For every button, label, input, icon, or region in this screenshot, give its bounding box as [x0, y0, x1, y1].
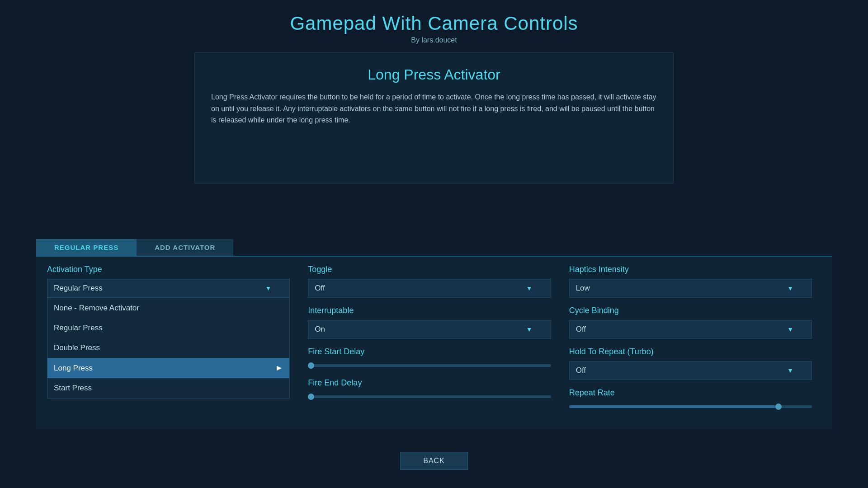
- fire-end-delay-slider-container: [308, 392, 551, 401]
- toggle-label: Toggle: [308, 265, 551, 274]
- interruptable-arrow-icon: ▼: [526, 326, 533, 333]
- dropdown-item-double-press[interactable]: Double Press: [47, 338, 289, 358]
- controls-row: Activation Type Regular Press ▼ None - R…: [36, 256, 832, 429]
- hold-to-repeat-dropdown-btn[interactable]: Off ▼: [569, 361, 812, 380]
- haptics-section: Haptics Intensity Low ▼: [569, 265, 812, 298]
- activation-type-arrow-icon: ▼: [265, 285, 271, 292]
- hold-to-repeat-label: Hold To Repeat (Turbo): [569, 347, 812, 357]
- long-press-label: Long Press: [54, 364, 93, 373]
- cursor-indicator: ►: [275, 363, 283, 373]
- cycle-binding-arrow-icon: ▼: [787, 326, 793, 333]
- bottom-panel: REGULAR PRESS ADD ACTIVATOR Activation T…: [0, 239, 868, 429]
- hold-to-repeat-section: Hold To Repeat (Turbo) Off ▼: [569, 347, 812, 380]
- dropdown-item-regular-press[interactable]: Regular Press: [47, 318, 289, 338]
- dropdown-item-start-press[interactable]: Start Press: [47, 378, 289, 398]
- tab-add-activator[interactable]: ADD ACTIVATOR: [137, 239, 233, 256]
- interruptable-selected: On: [315, 325, 325, 334]
- dropdown-item-long-press[interactable]: Long Press ►: [47, 358, 289, 378]
- tab-bar: REGULAR PRESS ADD ACTIVATOR: [36, 239, 832, 256]
- cycle-binding-label: Cycle Binding: [569, 306, 812, 315]
- fire-start-delay-slider-container: [308, 361, 551, 370]
- toggle-dropdown-wrapper: Off ▼: [308, 279, 551, 298]
- hold-to-repeat-dropdown-wrapper: Off ▼: [569, 361, 812, 380]
- activation-type-dropdown-btn[interactable]: Regular Press ▼: [47, 279, 290, 298]
- repeat-rate-thumb[interactable]: [775, 404, 782, 410]
- fire-end-delay-section: Fire End Delay: [308, 378, 551, 401]
- activation-type-col: Activation Type Regular Press ▼ None - R…: [47, 265, 299, 419]
- back-btn-area: BACK: [400, 452, 468, 470]
- fire-start-delay-track: [308, 364, 551, 367]
- interruptable-dropdown-wrapper: On ▼: [308, 320, 551, 339]
- fire-start-delay-section: Fire Start Delay: [308, 347, 551, 370]
- cycle-binding-selected: Off: [576, 325, 586, 334]
- activation-type-dropdown-list: None - Remove Activator Regular Press Do…: [47, 298, 290, 399]
- tab-regular-press[interactable]: REGULAR PRESS: [36, 239, 137, 256]
- activation-type-selected: Regular Press: [54, 284, 103, 293]
- repeat-rate-section: Repeat Rate: [569, 388, 812, 411]
- haptics-dropdown-wrapper: Low ▼: [569, 279, 812, 298]
- hold-to-repeat-arrow-icon: ▼: [787, 367, 793, 374]
- activation-type-dropdown-wrapper: Regular Press ▼ None - Remove Activator …: [47, 279, 290, 298]
- toggle-dropdown-btn[interactable]: Off ▼: [308, 279, 551, 298]
- toggle-selected: Off: [315, 284, 325, 293]
- page-subtitle: By lars.doucet: [0, 36, 868, 44]
- haptics-label: Haptics Intensity: [569, 265, 812, 274]
- cycle-binding-dropdown-wrapper: Off ▼: [569, 320, 812, 339]
- haptics-selected: Low: [576, 284, 590, 293]
- interruptable-label: Interruptable: [308, 306, 551, 315]
- toggle-arrow-icon: ▼: [526, 285, 533, 292]
- hold-to-repeat-selected: Off: [576, 366, 586, 375]
- activation-type-label: Activation Type: [47, 265, 290, 274]
- middle-col: Toggle Off ▼ Interruptable On ▼: [299, 265, 560, 419]
- repeat-rate-fill: [569, 405, 776, 408]
- fire-start-delay-label: Fire Start Delay: [308, 347, 551, 357]
- cycle-binding-section: Cycle Binding Off ▼: [569, 306, 812, 339]
- fire-start-delay-thumb[interactable]: [308, 362, 314, 369]
- fire-end-delay-thumb[interactable]: [308, 394, 314, 400]
- interruptable-dropdown-btn[interactable]: On ▼: [308, 320, 551, 339]
- section-title: Long Press Activator: [211, 66, 657, 83]
- description-text: Long Press Activator requires the button…: [211, 91, 657, 126]
- back-button[interactable]: BACK: [400, 452, 468, 470]
- haptics-dropdown-btn[interactable]: Low ▼: [569, 279, 812, 298]
- toggle-section: Toggle Off ▼: [308, 265, 551, 298]
- cycle-binding-dropdown-btn[interactable]: Off ▼: [569, 320, 812, 339]
- dropdown-item-none[interactable]: None - Remove Activator: [47, 298, 289, 318]
- repeat-rate-label: Repeat Rate: [569, 388, 812, 398]
- haptics-arrow-icon: ▼: [787, 285, 793, 292]
- description-panel: Long Press Activator Long Press Activato…: [194, 52, 674, 183]
- interruptable-section: Interruptable On ▼: [308, 306, 551, 339]
- repeat-rate-slider-container: [569, 402, 812, 411]
- fire-end-delay-track: [308, 395, 551, 398]
- page-title: Gamepad With Camera Controls: [0, 0, 868, 34]
- fire-end-delay-label: Fire End Delay: [308, 378, 551, 388]
- right-col: Haptics Intensity Low ▼ Cycle Binding Of…: [560, 265, 821, 419]
